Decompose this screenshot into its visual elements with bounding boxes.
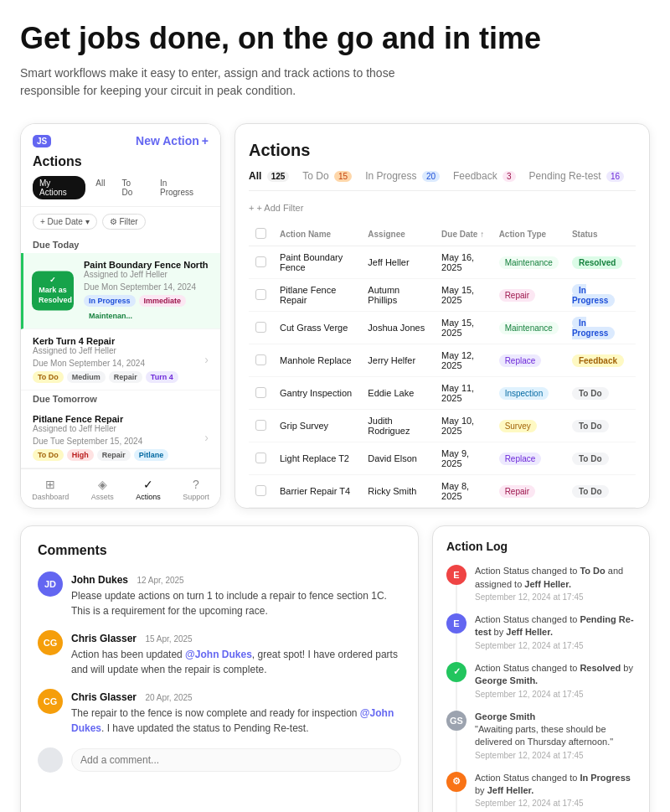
add-filter-button[interactable]: + + Add Filter <box>249 199 636 216</box>
log-icon: ✓ <box>446 662 466 682</box>
table-row[interactable]: Cut Grass Verge Joshua Jones May 15, 202… <box>249 312 636 344</box>
due-date-filter[interactable]: + Due Date ▾ <box>33 214 97 230</box>
table-row[interactable]: Grip Survey Judith Rodriguez May 10, 202… <box>249 410 636 442</box>
table-row[interactable]: Pitlane Fence Repair Autumn Phillips May… <box>249 279 636 312</box>
comment-3: CG Chris Glasser 20 Apr, 2025 The repair… <box>38 689 401 736</box>
row-assignee: Eddie Lake <box>361 377 435 410</box>
comment-1-text: Please update actions on turn 1 to inclu… <box>71 588 401 618</box>
row-assignee: Jerry Helfer <box>361 344 435 377</box>
row-status: To Do <box>565 410 636 442</box>
row-checkbox[interactable] <box>249 312 273 344</box>
page-title: Get jobs done, on the go and in time <box>20 20 650 56</box>
nav-actions[interactable]: ✓ Actions <box>136 478 161 501</box>
new-action-button[interactable]: New Action + <box>136 134 209 147</box>
comment-2-body: Chris Glasser 15 Apr, 2025 Action has be… <box>71 630 401 677</box>
phone-mockup: JS New Action + Actions My Actions All T… <box>20 123 221 509</box>
phone-card-2[interactable]: Kerb Turn 4 Repair Assigned to Jeff Hell… <box>21 329 220 390</box>
nav-dashboard-label: Dashboard <box>32 493 69 501</box>
tag-todo: To Do <box>33 371 64 383</box>
row-due-date: May 10, 2025 <box>435 410 492 442</box>
log-icon: GS <box>446 711 466 731</box>
log-date: September 12, 2024 at 17:45 <box>475 799 636 808</box>
comment-3-text: The repair to the fence is now complete … <box>71 706 401 736</box>
row-checkbox[interactable] <box>249 246 273 279</box>
col-status[interactable]: Status <box>565 223 636 246</box>
nav-support[interactable]: ? Support <box>183 478 209 501</box>
tag-immediate: Immediate <box>139 295 187 307</box>
tag-medium: Medium <box>67 371 106 383</box>
row-checkbox[interactable] <box>249 442 273 475</box>
table-row[interactable]: Manhole Replace Jerry Helfer May 12, 202… <box>249 344 636 377</box>
log-body: George Smith"Awaiting parts, these shoul… <box>475 711 636 760</box>
table-title: Actions <box>249 141 636 160</box>
row-action-name: Light Replace T2 <box>273 442 361 475</box>
filter-btn[interactable]: ⚙ Filter <box>102 214 146 230</box>
tab-todo[interactable]: To Do <box>115 176 150 199</box>
table-row[interactable]: Light Replace T2 David Elson May 9, 2025… <box>249 442 636 475</box>
filter-inprogress[interactable]: In Progress 20 <box>365 170 440 182</box>
col-assignee[interactable]: Assignee <box>361 223 435 246</box>
row-assignee: Autumn Phillips <box>361 279 435 312</box>
row-checkbox[interactable] <box>249 410 273 442</box>
row-checkbox[interactable] <box>249 377 273 410</box>
row-due-date: May 9, 2025 <box>435 442 492 475</box>
table-row[interactable]: Paint Boundary Fence Jeff Heller May 16,… <box>249 246 636 279</box>
phone-card-3[interactable]: Pitlane Fence Repair Assigned to Jeff He… <box>21 407 220 468</box>
row-due-date: May 15, 2025 <box>435 279 492 312</box>
row-action-name: Barrier Repair T4 <box>273 475 361 508</box>
row-type: Replace <box>492 344 565 377</box>
log-item: GS George Smith"Awaiting parts, these sh… <box>446 711 636 760</box>
filter-pending[interactable]: Pending Re-test 16 <box>529 170 625 182</box>
row-type: Inspection <box>492 377 565 410</box>
nav-assets[interactable]: ◈ Assets <box>91 478 114 501</box>
row-checkbox[interactable] <box>249 475 273 508</box>
log-item: E Action Status changed to To Do and ass… <box>446 565 636 602</box>
log-item: ⚙ Action Status changed to In Progress b… <box>446 772 636 809</box>
comment-1-date: 12 Apr, 2025 <box>137 576 183 585</box>
row-status: Feedback <box>565 344 636 377</box>
card3-assigned: Assigned to Jeff Heller <box>33 424 168 433</box>
tag-todo-3: To Do <box>33 449 64 461</box>
row-status: To Do <box>565 475 636 508</box>
filter-all[interactable]: All 125 <box>249 170 289 182</box>
add-comment-input[interactable] <box>71 748 401 772</box>
col-action-type[interactable]: Action Type <box>492 223 565 246</box>
tab-all[interactable]: All <box>89 176 111 199</box>
row-status: In Progress <box>565 312 636 344</box>
card1-inner: Paint Boundary Fence North Assigned to J… <box>84 260 209 322</box>
log-item: E Action Status changed to Pending Re-te… <box>446 613 636 650</box>
add-comment-row <box>38 747 401 773</box>
action-log-title: Action Log <box>446 540 636 553</box>
col-action-name[interactable]: Action Name <box>273 223 361 246</box>
action-log-panel: Action Log E Action Status changed to To… <box>432 525 650 812</box>
table-filter-tabs: All 125 To Do 15 In Progress 20 Feedback… <box>249 170 636 191</box>
card2-content: Kerb Turn 4 Repair Assigned to Jeff Hell… <box>33 336 178 383</box>
table-row[interactable]: Barrier Repair T4 Ricky Smith May 8, 202… <box>249 475 636 508</box>
row-checkbox[interactable] <box>249 279 273 312</box>
mark-resolved-button[interactable]: ✓ Mark as Resolved <box>32 272 74 311</box>
phone-card-1[interactable]: ✓ Mark as Resolved Paint Boundary Fence … <box>21 253 220 329</box>
tab-inprogress[interactable]: In Progress <box>153 176 209 199</box>
row-checkbox[interactable] <box>249 344 273 377</box>
row-assignee: Jeff Heller <box>361 246 435 279</box>
action-log-items: E Action Status changed to To Do and ass… <box>446 565 636 812</box>
phone-logo: JS <box>33 135 51 147</box>
tag-repair-3: Repair <box>97 449 131 461</box>
nav-assets-label: Assets <box>91 493 114 501</box>
row-type: Maintenance <box>492 312 565 344</box>
avatar-chris-glasser-2: CG <box>38 689 63 714</box>
table-body: Paint Boundary Fence Jeff Heller May 16,… <box>249 246 636 508</box>
filter-feedback[interactable]: Feedback 3 <box>453 170 516 182</box>
phone-tabs: My Actions All To Do In Progress <box>33 176 209 199</box>
comment-2-date: 15 Apr, 2025 <box>146 634 193 644</box>
row-action-name: Pitlane Fence Repair <box>273 279 361 312</box>
due-tomorrow-label: Due Tomorrow <box>21 390 220 407</box>
nav-dashboard[interactable]: ⊞ Dashboard <box>32 478 69 501</box>
plus-icon: + <box>202 134 209 147</box>
tab-my-actions[interactable]: My Actions <box>33 176 85 199</box>
filter-todo[interactable]: To Do 15 <box>302 170 352 182</box>
col-due-date[interactable]: Due Date ↑ <box>435 223 492 246</box>
mention-john-dukes-1: @John Dukes <box>185 649 252 660</box>
log-icon: E <box>446 613 466 634</box>
table-row[interactable]: Gantry Inspection Eddie Lake May 11, 202… <box>249 377 636 410</box>
